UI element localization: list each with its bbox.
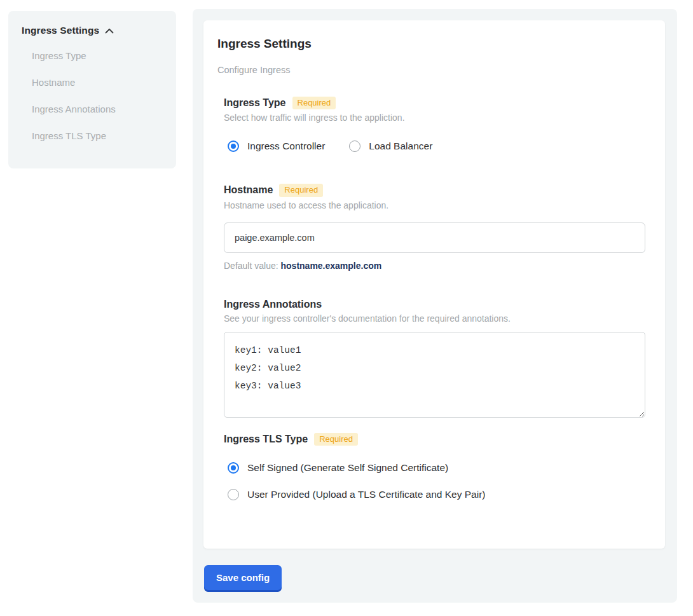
settings-sidebar: Ingress Settings Ingress Type Hostname I… [8,11,176,168]
section-ingress-type: Ingress Type Required Select how traffic… [224,97,645,152]
page-subtitle: Configure Ingress [217,65,645,75]
sidebar-item-ingress-annotations[interactable]: Ingress Annotations [22,96,163,123]
sidebar-item-list: Ingress Type Hostname Ingress Annotation… [22,43,163,149]
sidebar-item-ingress-tls-type[interactable]: Ingress TLS Type [22,123,163,149]
required-badge: Required [279,184,323,196]
ingress-type-label: Ingress Type [224,97,286,109]
radio-option-load-balancer[interactable]: Load Balancer [349,140,432,152]
section-hostname: Hostname Required Hostname used to acces… [224,184,645,270]
sidebar-group-label: Ingress Settings [22,25,99,36]
radio-unselected-icon[interactable] [349,140,360,152]
ingress-tls-radio-group: Self Signed (Generate Self Signed Certif… [228,462,645,500]
section-ingress-annotations: Ingress Annotations See your ingress con… [224,299,645,418]
ingress-type-description: Select how traffic will ingress to the a… [224,113,645,123]
hostname-default-hint: Default value: hostname.example.com [224,261,645,271]
ingress-tls-type-label: Ingress TLS Type [224,434,308,445]
required-badge: Required [314,433,358,446]
radio-option-label: Load Balancer [369,140,432,152]
radio-option-label: Self Signed (Generate Self Signed Certif… [247,462,448,474]
radio-option-label: Ingress Controller [247,140,325,152]
radio-option-user-provided[interactable]: User Provided (Upload a TLS Certificate … [228,489,645,500]
default-value-prefix: Default value: [224,261,281,271]
config-panel: Ingress Settings Configure Ingress Ingre… [193,9,677,603]
save-config-button[interactable]: Save config [204,565,282,590]
section-ingress-tls-type: Ingress TLS Type Required Self Signed (G… [224,433,645,500]
default-value-text: hostname.example.com [281,261,382,271]
ingress-annotations-description: See your ingress controller's documentat… [224,313,645,324]
radio-option-label: User Provided (Upload a TLS Certificate … [247,489,485,500]
radio-selected-icon[interactable] [228,140,239,152]
sidebar-item-hostname[interactable]: Hostname [22,69,163,96]
sidebar-group-ingress-settings[interactable]: Ingress Settings [22,25,163,36]
ingress-settings-card: Ingress Settings Configure Ingress Ingre… [203,20,665,549]
radio-unselected-icon[interactable] [228,489,239,500]
hostname-description: Hostname used to access the application. [224,200,645,210]
hostname-label: Hostname [224,184,273,196]
ingress-annotations-textarea[interactable]: key1: value1 key2: value2 key3: value3 [224,332,645,418]
radio-option-ingress-controller[interactable]: Ingress Controller [228,140,325,152]
sidebar-item-ingress-type[interactable]: Ingress Type [22,43,163,69]
radio-option-self-signed[interactable]: Self Signed (Generate Self Signed Certif… [228,462,645,474]
required-badge: Required [292,97,336,109]
chevron-up-icon[interactable] [105,25,114,36]
page-title: Ingress Settings [217,37,645,51]
hostname-input[interactable] [224,222,645,253]
ingress-annotations-label: Ingress Annotations [224,299,322,310]
radio-selected-icon[interactable] [228,462,239,474]
ingress-type-radio-group: Ingress Controller Load Balancer [228,140,645,152]
